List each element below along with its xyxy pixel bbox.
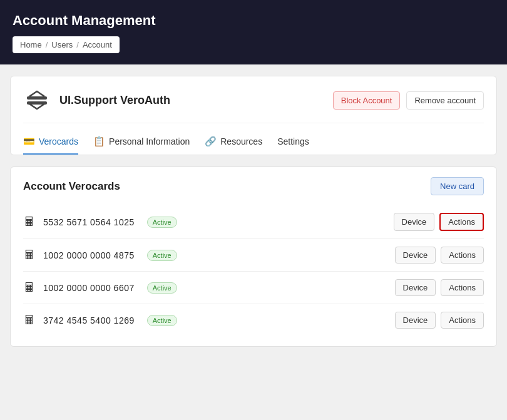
breadcrumb-users[interactable]: Users (51, 40, 73, 49)
device-button-4[interactable]: Device (395, 312, 436, 329)
tab-personal-information[interactable]: 📋 Personal Information (93, 131, 190, 155)
card-right-1: Device Actions (394, 213, 484, 231)
page-header: Account Management Home / Users / Accoun… (0, 0, 507, 64)
card-left-1: 🖩 5532 5671 0564 1025 Active (23, 215, 177, 229)
card-right-4: Device Actions (395, 312, 484, 329)
account-tabs: 💳 Verocards 📋 Personal Information 🔗 Res… (23, 123, 484, 155)
card-device-icon-3: 🖩 (23, 280, 36, 295)
resources-tab-icon: 🔗 (205, 136, 217, 147)
card-device-icon-4: 🖩 (23, 313, 36, 327)
breadcrumb-home[interactable]: Home (20, 40, 42, 49)
remove-account-button[interactable]: Remove account (406, 91, 484, 110)
table-row: 🖩 1002 0000 0000 6607 Active Device Acti… (23, 272, 484, 304)
tab-verocards-label: Verocards (39, 136, 78, 146)
account-card: UI.Support VeroAuth Block Account Remove… (10, 76, 497, 155)
block-account-button[interactable]: Block Account (333, 91, 401, 110)
tab-personal-label: Personal Information (109, 136, 190, 146)
tab-verocards[interactable]: 💳 Verocards (23, 131, 78, 155)
card-number-4: 3742 4545 5400 1269 (43, 315, 135, 325)
actions-button-4[interactable]: Actions (441, 312, 484, 329)
verocards-section-title: Account Verocards (23, 180, 120, 193)
actions-button-3[interactable]: Actions (441, 279, 484, 296)
verocards-section: Account Verocards New card 🖩 5532 5671 0… (10, 166, 497, 347)
verocards-tab-icon: 💳 (23, 136, 35, 147)
account-action-buttons: Block Account Remove account (333, 91, 484, 110)
card-status-badge-2: Active (147, 250, 177, 261)
card-device-icon-1: 🖩 (23, 215, 36, 229)
tab-resources[interactable]: 🔗 Resources (205, 131, 262, 155)
card-status-badge-3: Active (147, 282, 177, 294)
card-status-badge-1: Active (147, 217, 177, 228)
card-left-2: 🖩 1002 0000 0000 4875 Active (23, 248, 177, 262)
actions-button-1[interactable]: Actions (439, 213, 484, 231)
card-number-3: 1002 0000 0000 6607 (43, 283, 135, 293)
personal-tab-icon: 📋 (93, 136, 105, 147)
account-name: UI.Support VeroAuth (59, 94, 170, 107)
breadcrumb-account[interactable]: Account (83, 40, 112, 49)
page-title: Account Management (13, 13, 494, 29)
card-number-2: 1002 0000 0000 4875 (43, 250, 135, 260)
card-left-4: 🖩 3742 4545 5400 1269 Active (23, 313, 177, 327)
device-button-3[interactable]: Device (395, 279, 436, 296)
main-content: UI.Support VeroAuth Block Account Remove… (0, 64, 507, 358)
account-logo-icon (23, 86, 51, 114)
tab-resources-label: Resources (220, 136, 262, 146)
card-left-3: 🖩 1002 0000 0000 6607 Active (23, 280, 177, 295)
card-right-2: Device Actions (395, 247, 484, 264)
breadcrumb-sep2: / (76, 40, 79, 49)
tab-settings-label: Settings (277, 136, 309, 146)
account-identity: UI.Support VeroAuth (23, 86, 170, 114)
account-header: UI.Support VeroAuth Block Account Remove… (23, 86, 484, 123)
card-number-1: 5532 5671 0564 1025 (43, 217, 135, 227)
card-right-3: Device Actions (395, 279, 484, 296)
device-button-1[interactable]: Device (394, 213, 435, 231)
table-row: 🖩 1002 0000 0000 4875 Active Device Acti… (23, 239, 484, 272)
table-row: 🖩 5532 5671 0564 1025 Active Device Acti… (23, 205, 484, 239)
table-row: 🖩 3742 4545 5400 1269 Active Device Acti… (23, 304, 484, 336)
card-status-badge-4: Active (147, 315, 177, 326)
card-device-icon-2: 🖩 (23, 248, 36, 262)
tab-settings[interactable]: Settings (277, 131, 309, 154)
breadcrumb: Home / Users / Account (13, 36, 120, 53)
new-card-button[interactable]: New card (431, 177, 484, 195)
verocards-header: Account Verocards New card (23, 177, 484, 195)
device-button-2[interactable]: Device (395, 247, 436, 264)
actions-button-2[interactable]: Actions (441, 247, 484, 264)
breadcrumb-sep1: / (46, 40, 48, 49)
